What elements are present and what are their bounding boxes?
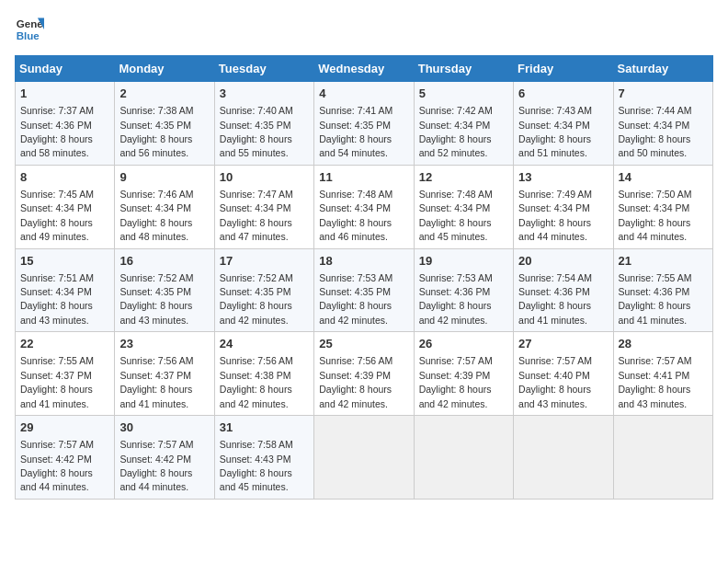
calendar-cell: 3Sunrise: 7:40 AMSunset: 4:35 PMDaylight… <box>214 82 313 166</box>
cell-content: Sunrise: 7:41 AMSunset: 4:35 PMDaylight:… <box>319 105 392 158</box>
day-number: 26 <box>419 336 508 352</box>
day-number: 17 <box>220 253 309 270</box>
cell-content: Sunrise: 7:44 AMSunset: 4:34 PMDaylight:… <box>619 105 692 158</box>
day-number: 25 <box>319 336 408 352</box>
cell-content: Sunrise: 7:56 AMSunset: 4:38 PMDaylight:… <box>220 355 293 408</box>
page-header: General Blue <box>15 15 713 44</box>
calendar-week-row: 22Sunrise: 7:55 AMSunset: 4:37 PMDayligh… <box>16 332 713 416</box>
calendar-body: 1Sunrise: 7:37 AMSunset: 4:36 PMDaylight… <box>16 82 713 500</box>
day-of-week-header: Sunday <box>16 56 115 82</box>
calendar-week-row: 1Sunrise: 7:37 AMSunset: 4:36 PMDaylight… <box>16 82 713 166</box>
logo: General Blue <box>15 15 44 44</box>
calendar-cell: 9Sunrise: 7:46 AMSunset: 4:34 PMDaylight… <box>115 165 214 248</box>
cell-content: Sunrise: 7:55 AMSunset: 4:37 PMDaylight:… <box>20 355 94 408</box>
day-of-week-header: Wednesday <box>314 56 414 82</box>
day-number: 28 <box>619 336 708 352</box>
calendar-cell: 11Sunrise: 7:48 AMSunset: 4:34 PMDayligh… <box>314 165 414 248</box>
cell-content: Sunrise: 7:57 AMSunset: 4:41 PMDaylight:… <box>619 355 692 408</box>
day-number: 2 <box>119 86 209 102</box>
day-number: 19 <box>419 253 508 270</box>
calendar-cell: 21Sunrise: 7:55 AMSunset: 4:36 PMDayligh… <box>613 248 712 332</box>
day-number: 7 <box>619 86 708 102</box>
cell-content: Sunrise: 7:38 AMSunset: 4:35 PMDaylight:… <box>119 105 193 158</box>
cell-content: Sunrise: 7:45 AMSunset: 4:34 PMDaylight:… <box>20 189 94 242</box>
calendar-cell: 7Sunrise: 7:44 AMSunset: 4:34 PMDaylight… <box>613 82 712 166</box>
day-number: 6 <box>518 86 608 102</box>
calendar-cell: 19Sunrise: 7:53 AMSunset: 4:36 PMDayligh… <box>414 248 513 332</box>
day-number: 11 <box>319 169 408 186</box>
day-number: 29 <box>20 419 109 436</box>
cell-content: Sunrise: 7:42 AMSunset: 4:34 PMDaylight:… <box>419 105 493 158</box>
day-number: 3 <box>220 86 309 102</box>
day-number: 20 <box>518 253 608 270</box>
cell-content: Sunrise: 7:54 AMSunset: 4:36 PMDaylight:… <box>518 272 592 326</box>
day-number: 23 <box>119 336 209 352</box>
cell-content: Sunrise: 7:57 AMSunset: 4:39 PMDaylight:… <box>419 355 493 408</box>
calendar-cell: 18Sunrise: 7:53 AMSunset: 4:35 PMDayligh… <box>314 248 414 332</box>
cell-content: Sunrise: 7:57 AMSunset: 4:42 PMDaylight:… <box>20 439 94 492</box>
calendar-week-row: 8Sunrise: 7:45 AMSunset: 4:34 PMDaylight… <box>16 165 713 248</box>
calendar-cell: 1Sunrise: 7:37 AMSunset: 4:36 PMDaylight… <box>16 82 115 166</box>
calendar-week-row: 15Sunrise: 7:51 AMSunset: 4:34 PMDayligh… <box>16 248 713 332</box>
calendar-cell: 27Sunrise: 7:57 AMSunset: 4:40 PMDayligh… <box>514 332 613 416</box>
day-number: 30 <box>119 419 209 436</box>
calendar-cell: 12Sunrise: 7:48 AMSunset: 4:34 PMDayligh… <box>414 165 513 248</box>
cell-content: Sunrise: 7:55 AMSunset: 4:36 PMDaylight:… <box>619 272 692 326</box>
cell-content: Sunrise: 7:57 AMSunset: 4:42 PMDaylight:… <box>119 439 193 492</box>
calendar-cell: 20Sunrise: 7:54 AMSunset: 4:36 PMDayligh… <box>514 248 613 332</box>
calendar-cell: 28Sunrise: 7:57 AMSunset: 4:41 PMDayligh… <box>613 332 712 416</box>
day-number: 14 <box>619 169 708 186</box>
cell-content: Sunrise: 7:53 AMSunset: 4:36 PMDaylight:… <box>419 272 493 326</box>
day-of-week-header: Saturday <box>613 56 712 82</box>
calendar-cell: 26Sunrise: 7:57 AMSunset: 4:39 PMDayligh… <box>414 332 513 416</box>
cell-content: Sunrise: 7:53 AMSunset: 4:35 PMDaylight:… <box>319 272 392 326</box>
cell-content: Sunrise: 7:52 AMSunset: 4:35 PMDaylight:… <box>119 272 193 326</box>
cell-content: Sunrise: 7:46 AMSunset: 4:34 PMDaylight:… <box>119 189 193 242</box>
cell-content: Sunrise: 7:48 AMSunset: 4:34 PMDaylight:… <box>319 189 392 242</box>
calendar-header-row: SundayMondayTuesdayWednesdayThursdayFrid… <box>16 56 713 82</box>
calendar-cell: 29Sunrise: 7:57 AMSunset: 4:42 PMDayligh… <box>16 416 115 500</box>
day-number: 13 <box>518 169 608 186</box>
calendar-cell: 8Sunrise: 7:45 AMSunset: 4:34 PMDaylight… <box>16 165 115 248</box>
cell-content: Sunrise: 7:52 AMSunset: 4:35 PMDaylight:… <box>220 272 293 326</box>
calendar-cell: 2Sunrise: 7:38 AMSunset: 4:35 PMDaylight… <box>115 82 214 166</box>
calendar-table: SundayMondayTuesdayWednesdayThursdayFrid… <box>15 55 713 500</box>
logo-icon: General Blue <box>15 15 44 44</box>
day-of-week-header: Friday <box>514 56 613 82</box>
cell-content: Sunrise: 7:57 AMSunset: 4:40 PMDaylight:… <box>518 355 592 408</box>
day-number: 1 <box>20 86 109 102</box>
cell-content: Sunrise: 7:37 AMSunset: 4:36 PMDaylight:… <box>20 105 94 158</box>
cell-content: Sunrise: 7:50 AMSunset: 4:34 PMDaylight:… <box>619 189 692 242</box>
calendar-cell: 22Sunrise: 7:55 AMSunset: 4:37 PMDayligh… <box>16 332 115 416</box>
day-number: 12 <box>419 169 508 186</box>
calendar-cell: 6Sunrise: 7:43 AMSunset: 4:34 PMDaylight… <box>514 82 613 166</box>
day-number: 18 <box>319 253 408 270</box>
day-number: 10 <box>220 169 309 186</box>
calendar-cell: 5Sunrise: 7:42 AMSunset: 4:34 PMDaylight… <box>414 82 513 166</box>
day-number: 27 <box>518 336 608 352</box>
calendar-cell <box>514 416 613 500</box>
calendar-cell: 24Sunrise: 7:56 AMSunset: 4:38 PMDayligh… <box>214 332 313 416</box>
cell-content: Sunrise: 7:47 AMSunset: 4:34 PMDaylight:… <box>220 189 293 242</box>
day-number: 15 <box>20 253 109 270</box>
cell-content: Sunrise: 7:56 AMSunset: 4:37 PMDaylight:… <box>119 355 193 408</box>
cell-content: Sunrise: 7:40 AMSunset: 4:35 PMDaylight:… <box>220 105 293 158</box>
day-number: 5 <box>419 86 508 102</box>
cell-content: Sunrise: 7:48 AMSunset: 4:34 PMDaylight:… <box>419 189 493 242</box>
day-number: 31 <box>220 419 309 436</box>
cell-content: Sunrise: 7:43 AMSunset: 4:34 PMDaylight:… <box>518 105 592 158</box>
cell-content: Sunrise: 7:49 AMSunset: 4:34 PMDaylight:… <box>518 189 592 242</box>
day-number: 16 <box>119 253 209 270</box>
calendar-cell: 31Sunrise: 7:58 AMSunset: 4:43 PMDayligh… <box>214 416 313 500</box>
calendar-week-row: 29Sunrise: 7:57 AMSunset: 4:42 PMDayligh… <box>16 416 713 500</box>
day-number: 9 <box>119 169 209 186</box>
calendar-cell: 4Sunrise: 7:41 AMSunset: 4:35 PMDaylight… <box>314 82 414 166</box>
svg-text:Blue: Blue <box>17 30 40 41</box>
cell-content: Sunrise: 7:51 AMSunset: 4:34 PMDaylight:… <box>20 272 94 326</box>
day-number: 24 <box>220 336 309 352</box>
calendar-cell: 15Sunrise: 7:51 AMSunset: 4:34 PMDayligh… <box>16 248 115 332</box>
day-number: 4 <box>319 86 408 102</box>
day-number: 8 <box>20 169 109 186</box>
calendar-cell: 30Sunrise: 7:57 AMSunset: 4:42 PMDayligh… <box>115 416 214 500</box>
calendar-cell <box>414 416 513 500</box>
